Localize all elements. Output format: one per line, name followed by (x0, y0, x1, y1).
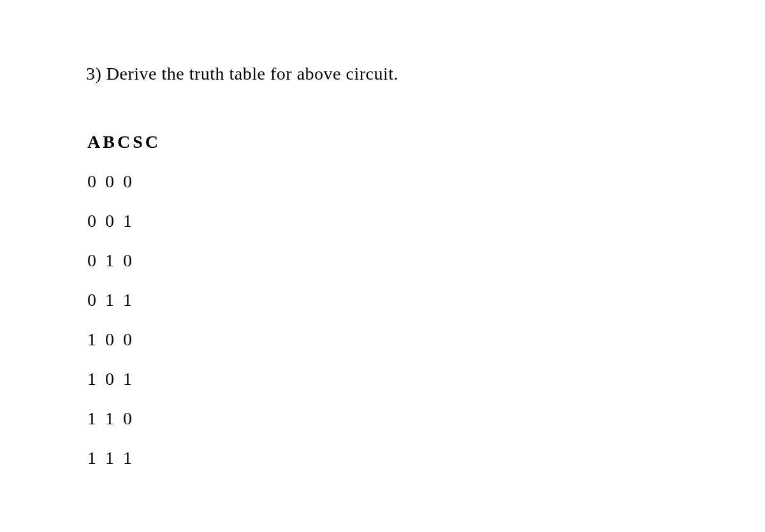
cell: 1 (123, 290, 141, 310)
cell: 1 (105, 250, 123, 271)
cell: 0 (105, 211, 123, 231)
cell: 0 (87, 250, 105, 271)
cell: 0 (87, 211, 105, 231)
table-row: 000 (87, 171, 765, 192)
header-col-b: B (103, 132, 117, 152)
cell: 1 (123, 369, 141, 389)
table-row: 100 (87, 329, 765, 350)
cell: 0 (87, 290, 105, 310)
table-row: 001 (87, 211, 765, 231)
header-col-s: S (133, 132, 145, 152)
cell: 1 (87, 448, 105, 468)
cell: 1 (87, 408, 105, 429)
question-text: 3) Derive the truth table for above circ… (86, 64, 765, 84)
header-col-c: C (117, 132, 133, 152)
truth-table: ABCSC 000 001 010 011 100 101 110 111 (86, 132, 765, 468)
cell: 0 (105, 369, 123, 389)
cell: 0 (105, 171, 123, 192)
header-col-c2: C (145, 132, 161, 152)
cell: 1 (105, 408, 123, 429)
cell: 0 (123, 329, 141, 350)
table-row: 110 (87, 408, 765, 429)
cell: 1 (105, 290, 123, 310)
cell: 0 (105, 329, 123, 350)
table-row: 111 (87, 448, 765, 468)
header-col-a: A (87, 132, 103, 152)
cell: 1 (87, 329, 105, 350)
cell: 0 (123, 171, 141, 192)
cell: 0 (123, 250, 141, 271)
cell: 1 (87, 369, 105, 389)
table-row: 011 (87, 290, 765, 310)
cell: 1 (123, 211, 141, 231)
table-row: 010 (87, 250, 765, 271)
cell: 1 (105, 448, 123, 468)
table-header-row: ABCSC (87, 132, 765, 152)
table-row: 101 (87, 369, 765, 389)
cell: 0 (87, 171, 105, 192)
cell: 1 (123, 448, 141, 468)
cell: 0 (123, 408, 141, 429)
